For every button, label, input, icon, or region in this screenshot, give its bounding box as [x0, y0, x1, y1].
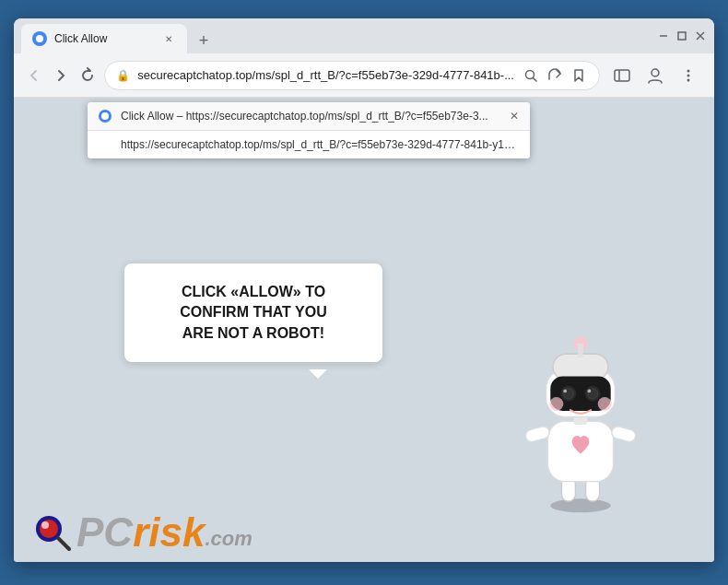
notif-text-2: https://securecaptchatop.top/ms/spl_d_rt…: [121, 138, 519, 151]
svg-point-35: [41, 521, 49, 529]
svg-rect-23: [578, 344, 583, 357]
search-icon[interactable]: [522, 66, 540, 85]
new-tab-button[interactable]: +: [191, 28, 217, 53]
close-window-button[interactable]: [694, 29, 707, 42]
address-icons: [522, 66, 588, 85]
active-tab[interactable]: Click Allow ✕: [21, 24, 187, 53]
svg-line-5: [533, 77, 536, 81]
svg-point-9: [687, 69, 689, 72]
svg-rect-21: [553, 354, 608, 380]
notif-favicon-1: [99, 110, 112, 123]
maximize-button[interactable]: [675, 29, 688, 42]
svg-rect-18: [610, 425, 637, 442]
notification-row-1: Click Allow – https://securecaptchatop.t…: [88, 102, 530, 131]
address-bar[interactable]: 🔒 securecaptchatop.top/ms/spl_d_rtt_B/?c…: [104, 61, 600, 90]
lock-icon: 🔒: [116, 69, 130, 82]
sidebar-toggle-button[interactable]: [607, 61, 637, 90]
browser-window: Click Allow ✕ + 🔒: [14, 18, 714, 562]
notification-row-2: https://securecaptchatop.top/ms/spl_d_rt…: [88, 131, 530, 158]
forward-button[interactable]: [52, 63, 71, 88]
svg-line-36: [58, 538, 69, 549]
pcrisk-wordmark: PC risk .com: [76, 512, 252, 553]
speech-bubble: CLICK «ALLOW» TO CONFIRM THAT YOU ARE NO…: [124, 263, 382, 362]
pcrisk-icon: [32, 512, 73, 553]
pcrisk-logo: PC risk .com: [32, 512, 252, 553]
svg-point-30: [587, 390, 591, 393]
tab-close-button[interactable]: ✕: [161, 31, 176, 46]
back-button[interactable]: [25, 63, 44, 88]
svg-rect-17: [524, 425, 551, 442]
bookmark-icon[interactable]: [569, 66, 588, 85]
toolbar-icons: [607, 61, 703, 90]
tab-bar: Click Allow ✕ +: [21, 18, 657, 53]
svg-point-32: [598, 397, 612, 411]
svg-point-34: [40, 520, 58, 538]
url-text: securecaptchatop.top/ms/spl_d_rtt_B/?c=f…: [137, 68, 514, 82]
notif-text-1: Click Allow – https://securecaptchatop.t…: [121, 110, 500, 123]
bubble-line1: CLICK «ALLOW» TO CONFIRM THAT YOU: [180, 284, 326, 320]
svg-rect-6: [615, 70, 629, 81]
svg-point-8: [652, 69, 659, 76]
svg-point-29: [563, 390, 567, 393]
refresh-button[interactable]: [78, 63, 98, 88]
profile-button[interactable]: [640, 61, 670, 90]
bubble-text: CLICK «ALLOW» TO CONFIRM THAT YOU ARE NO…: [147, 282, 360, 344]
share-icon[interactable]: [546, 66, 564, 85]
menu-button[interactable]: [674, 61, 703, 90]
title-bar: Click Allow ✕ +: [14, 18, 714, 53]
notification-dropdown: Click Allow – https://securecaptchatop.t…: [88, 102, 530, 158]
window-controls: [657, 29, 707, 42]
page-content: Click Allow – https://securecaptchatop.t…: [14, 98, 714, 562]
svg-point-11: [687, 78, 689, 81]
tab-title: Click Allow: [54, 32, 154, 45]
tab-favicon-icon: [32, 31, 47, 46]
svg-point-10: [687, 74, 689, 76]
svg-point-31: [549, 397, 563, 411]
robot-illustration: [502, 318, 659, 516]
svg-rect-1: [678, 32, 686, 40]
notif-close-1[interactable]: ✕: [510, 110, 519, 123]
com-text: .com: [205, 529, 252, 549]
svg-point-13: [550, 498, 610, 512]
pc-text: PC: [76, 512, 133, 553]
minimize-button[interactable]: [657, 29, 670, 42]
risk-text: risk: [133, 512, 205, 553]
notif-favicon-2: [99, 138, 112, 151]
bubble-line2: ARE NOT A ROBOT!: [182, 325, 324, 341]
nav-bar: 🔒 securecaptchatop.top/ms/spl_d_rtt_B/?c…: [14, 53, 714, 98]
